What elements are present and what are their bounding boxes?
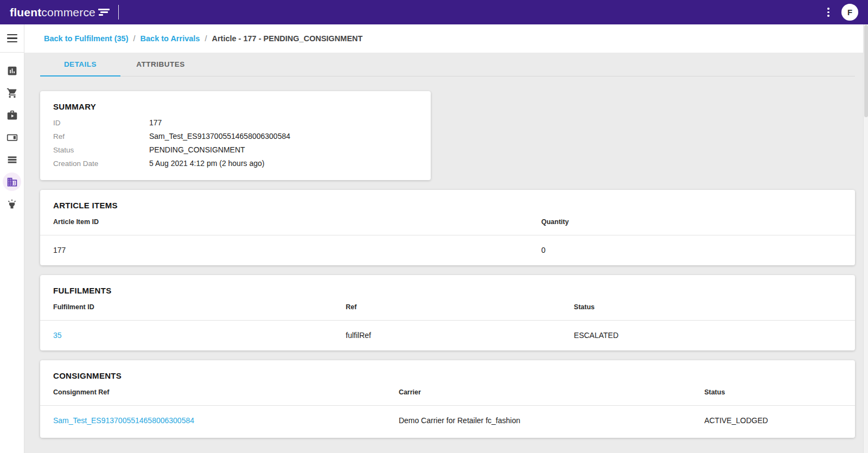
article-items-title: ARTICLE ITEMS (40, 190, 855, 210)
column-header: Status (574, 295, 855, 321)
list-rows-icon (7, 154, 18, 165)
summary-row-ref: Ref Sam_Test_ES9137005514658006300584 (53, 130, 418, 143)
article-items-card: ARTICLE ITEMS Article Item ID Quantity 1… (40, 190, 855, 265)
fulfilments-table: Fulfilment ID Ref Status 35 fulfilRef ES… (40, 295, 855, 350)
field-label: Creation Date (53, 157, 149, 170)
tab-attributes-label: ATTRIBUTES (136, 60, 185, 68)
sidebar-item-orders[interactable] (3, 84, 21, 102)
avatar-letter: F (847, 8, 852, 17)
field-value: 5 Aug 2021 4:12 pm (2 hours ago) (149, 157, 264, 170)
brand-text: fluentcommerce (10, 6, 95, 19)
table-row[interactable]: 35 fulfilRef ESCALATED (40, 321, 855, 351)
bar-chart-icon (7, 65, 18, 76)
tab-details[interactable]: DETAILS (40, 53, 120, 76)
sidebar-nav (0, 24, 24, 453)
consignments-card: CONSIGNMENTS Consignment Ref Carrier Sta… (40, 360, 855, 438)
table-row[interactable]: Sam_Test_ES9137005514658006300584 Demo C… (40, 406, 855, 436)
field-label: Ref (53, 130, 149, 143)
card-panel-icon (7, 132, 18, 143)
brand-light: commerce (41, 6, 95, 18)
sidebar-item-payments[interactable] (3, 128, 21, 146)
brand-bold: fluent (10, 6, 41, 18)
fulfilments-card: FULFILMENTS Fulfilment ID Ref Status 35 (40, 275, 855, 350)
fulfilment-id-link[interactable]: 35 (53, 331, 62, 340)
sidebar-item-products[interactable] (3, 106, 21, 124)
breadcrumb-current-page: Article - 177 - PENDING_CONSIGNMENT (212, 34, 362, 43)
consignments-table: Consignment Ref Carrier Status Sam_Test_… (40, 380, 855, 436)
consignments-title: CONSIGNMENTS (40, 360, 855, 380)
sidebar-item-locations[interactable] (3, 173, 21, 191)
table-row[interactable]: 177 0 (40, 235, 855, 266)
sidebar-item-insights[interactable] (3, 195, 21, 213)
article-item-id-cell: 177 (40, 235, 541, 266)
column-header: Fulfilment ID (40, 295, 346, 321)
column-header: Quantity (541, 210, 855, 235)
summary-card: SUMMARY ID 177 Ref Sam_Test_ES9137005514… (40, 91, 431, 180)
sidebar-item-dashboard[interactable] (3, 61, 21, 80)
field-value: Sam_Test_ES9137005514658006300584 (149, 130, 290, 143)
summary-title: SUMMARY (40, 91, 431, 111)
briefcase-play-icon (7, 110, 18, 121)
tab-bar: DETAILS ATTRIBUTES (40, 53, 855, 76)
summary-row-id: ID 177 (53, 116, 418, 130)
fulfilment-status-cell: ESCALATED (574, 321, 855, 351)
field-label: Status (53, 143, 149, 157)
breadcrumb-separator: / (205, 34, 207, 43)
topbar-divider (118, 5, 119, 20)
field-value: 177 (149, 116, 162, 130)
table-header-row: Fulfilment ID Ref Status (40, 295, 855, 321)
topbar-actions: F (823, 4, 858, 21)
consignment-carrier-cell: Demo Carrier for Retailer fc_fashion (399, 406, 704, 436)
column-header: Status (704, 380, 855, 406)
hamburger-menu-button[interactable] (0, 24, 24, 53)
column-header: Consignment Ref (40, 380, 399, 406)
consignment-ref-link[interactable]: Sam_Test_ES9137005514658006300584 (53, 416, 194, 425)
top-app-bar: fluentcommerce F (0, 0, 868, 24)
breadcrumb-back-to-fulfilment[interactable]: Back to Fulfilment (35) (44, 34, 129, 43)
breadcrumb: Back to Fulfilment (35) / Back to Arriva… (24, 24, 868, 53)
summary-row-status: Status PENDING_CONSIGNMENT (53, 143, 418, 157)
column-header: Carrier (399, 380, 704, 406)
fulfilments-title: FULFILMENTS (40, 275, 855, 295)
avatar[interactable]: F (841, 4, 858, 21)
summary-fields: ID 177 Ref Sam_Test_ES913700551465800630… (40, 111, 431, 170)
highlight-spark-icon (7, 199, 17, 209)
fluent-logo-mark-icon (98, 9, 110, 16)
consignment-status-cell: ACTIVE_LODGED (704, 406, 855, 436)
fulfilment-ref-cell: fulfilRef (346, 321, 574, 351)
shopping-cart-icon (7, 87, 18, 99)
article-item-quantity-cell: 0 (541, 235, 855, 266)
breadcrumb-separator: / (133, 34, 136, 43)
table-header-row: Article Item ID Quantity (40, 210, 855, 235)
tab-details-label: DETAILS (64, 60, 97, 68)
tab-attributes[interactable]: ATTRIBUTES (120, 53, 201, 76)
building-icon (7, 176, 18, 188)
scrollbar-thumb[interactable] (864, 25, 868, 117)
kebab-menu-icon[interactable] (823, 4, 834, 20)
main-content: Back to Fulfilment (35) / Back to Arriva… (24, 24, 868, 453)
fluent-commerce-logo[interactable]: fluentcommerce (10, 5, 119, 20)
sidebar-item-listings[interactable] (3, 150, 21, 169)
column-header: Ref (346, 295, 574, 321)
breadcrumb-back-to-arrivals[interactable]: Back to Arrivals (141, 34, 200, 43)
summary-row-creation-date: Creation Date 5 Aug 2021 4:12 pm (2 hour… (53, 157, 418, 170)
field-label: ID (53, 116, 149, 130)
sidebar-icon-list (0, 53, 24, 217)
page-body: SUMMARY ID 177 Ref Sam_Test_ES9137005514… (24, 76, 868, 453)
scrollbar[interactable] (863, 24, 868, 453)
hamburger-menu-icon (7, 34, 17, 42)
field-value: PENDING_CONSIGNMENT (149, 143, 245, 157)
column-header: Article Item ID (40, 210, 541, 235)
article-items-table: Article Item ID Quantity 177 0 (40, 210, 855, 265)
table-header-row: Consignment Ref Carrier Status (40, 380, 855, 406)
